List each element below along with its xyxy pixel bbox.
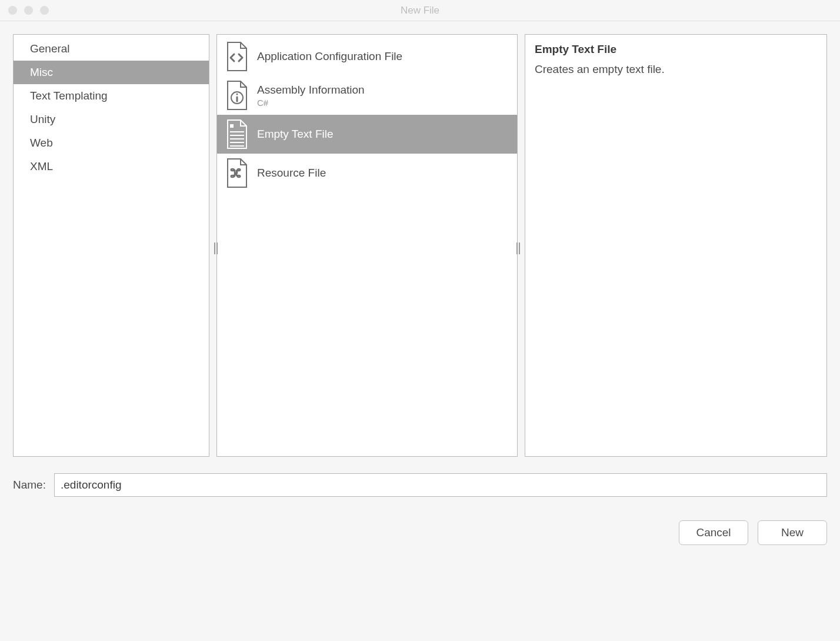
category-label: Web <box>30 137 53 150</box>
name-input[interactable] <box>54 473 827 497</box>
zoom-window-button[interactable] <box>40 6 49 15</box>
text-file-icon <box>224 119 249 150</box>
close-window-button[interactable] <box>8 6 17 15</box>
category-item-text-templating[interactable]: Text Templating <box>14 84 209 108</box>
template-label: Application Configuration File <box>257 50 402 63</box>
category-label: Unity <box>30 113 55 126</box>
command-file-icon <box>224 158 249 188</box>
category-item-xml[interactable]: XML <box>14 155 209 178</box>
svg-rect-7 <box>230 124 234 128</box>
category-item-unity[interactable]: Unity <box>14 108 209 131</box>
template-item-resource-file[interactable]: Resource File <box>217 154 517 192</box>
code-file-icon <box>224 41 249 72</box>
category-label: Text Templating <box>30 89 108 102</box>
category-panel: General Misc Text Templating Unity Web X… <box>13 34 209 457</box>
template-item-app-config[interactable]: Application Configuration File <box>217 37 517 76</box>
svg-rect-3 <box>519 243 520 254</box>
cancel-button[interactable]: Cancel <box>679 520 748 545</box>
info-file-icon <box>224 80 249 111</box>
template-label: Resource File <box>257 167 326 180</box>
name-label: Name: <box>13 479 46 491</box>
template-list: Application Configuration File <box>217 35 517 192</box>
new-button[interactable]: New <box>758 520 827 545</box>
panels-row: General Misc Text Templating Unity Web X… <box>13 34 827 457</box>
template-label: Assembly Information <box>257 84 365 97</box>
template-sublabel: C# <box>257 98 365 108</box>
resize-grip-left-icon[interactable] <box>214 242 218 255</box>
category-item-general[interactable]: General <box>14 37 209 61</box>
category-item-misc[interactable]: Misc <box>14 61 209 84</box>
category-label: XML <box>30 160 53 173</box>
svg-rect-0 <box>214 243 215 254</box>
window-controls <box>0 6 49 15</box>
category-label: General <box>30 42 70 55</box>
description-body: Creates an empty text file. <box>535 62 817 77</box>
svg-rect-1 <box>216 243 218 254</box>
template-label: Empty Text File <box>257 128 334 141</box>
template-item-assembly-info[interactable]: Assembly Information C# <box>217 76 517 115</box>
button-row: Cancel New <box>13 520 827 545</box>
category-list: General Misc Text Templating Unity Web X… <box>14 35 209 178</box>
template-panel: Application Configuration File <box>216 34 518 457</box>
titlebar: New File <box>0 0 840 21</box>
dialog-content: General Misc Text Templating Unity Web X… <box>0 21 840 558</box>
new-button-label: New <box>781 526 804 539</box>
minimize-window-button[interactable] <box>24 6 33 15</box>
template-item-empty-text[interactable]: Empty Text File <box>217 115 517 154</box>
category-item-web[interactable]: Web <box>14 131 209 155</box>
svg-rect-2 <box>516 243 518 254</box>
resize-grip-right-icon[interactable] <box>516 242 521 255</box>
description-title: Empty Text File <box>535 43 817 56</box>
description-panel: Empty Text File Creates an empty text fi… <box>525 34 827 457</box>
window-title: New File <box>0 5 840 16</box>
cancel-button-label: Cancel <box>696 526 731 539</box>
category-label: Misc <box>30 66 53 79</box>
name-row: Name: <box>13 473 827 497</box>
